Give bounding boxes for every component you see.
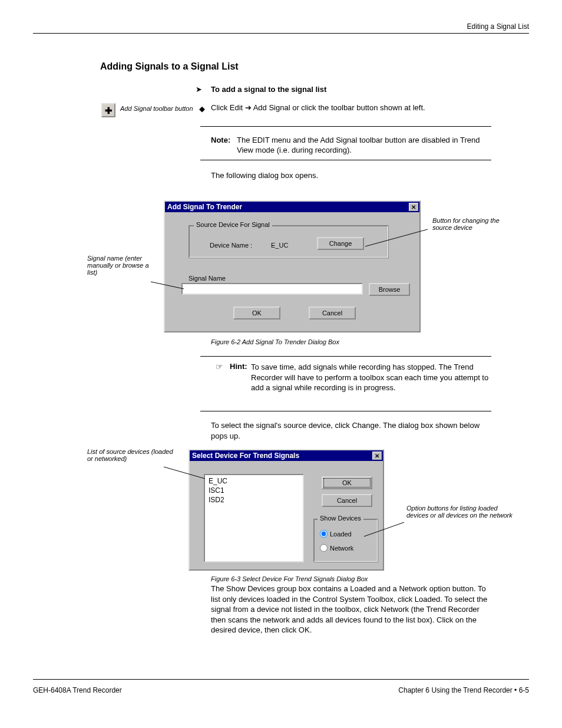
browse-button[interactable]: Browse (369, 283, 410, 296)
close-icon[interactable]: ✕ (372, 452, 382, 460)
bullet-icon: ◆ (199, 104, 205, 113)
radio-network-label: Network (330, 545, 353, 552)
groupbox-legend: Show Devices (318, 515, 363, 522)
callout-show-devices: Option buttons for listing loaded device… (406, 505, 517, 519)
device-name-value: E_UC (271, 242, 288, 249)
note-text: The EDIT menu and the Add Signal toolbar… (237, 136, 490, 156)
change-button[interactable]: Change (317, 237, 364, 250)
dialog-title: Select Device For Trend Signals (192, 452, 299, 460)
dialog-title: Add Signal To Trender (167, 203, 242, 211)
callout-signal-name: Signal name (enter manually or browse a … (87, 255, 159, 276)
device-name-label: Device Name : (210, 242, 252, 249)
footer-right: Chapter 6 Using the Trend Recorder • 6-5 (398, 686, 529, 694)
footer-left: GEH-6408A Trend Recorder (33, 686, 122, 694)
divider (200, 126, 491, 127)
add-signal-dialog: Add Signal To Trender ✕ Source Device Fo… (164, 200, 421, 332)
hint-text: To save time, add signals while recordin… (251, 362, 492, 393)
radio-network-input[interactable] (320, 544, 328, 552)
hint-icon: ☞ (216, 362, 223, 371)
list-item[interactable]: ISC1 (209, 486, 299, 495)
add-signal-icon-caption: Add Signal toolbar button (120, 105, 193, 112)
show-devices-groupbox: Show Devices Loaded Network (313, 519, 378, 562)
step-text: Click Edit ➔ Add Signal or click the too… (211, 103, 482, 113)
footer-rule (33, 679, 529, 680)
hint-label: Hint: (230, 362, 247, 371)
ok-button[interactable]: OK (322, 476, 372, 489)
callout-device-list: List of source devices (loaded or networ… (87, 448, 176, 462)
dialog-titlebar: Add Signal To Trender ✕ (165, 202, 419, 212)
add-signal-toolbar-icon[interactable]: ✚ (101, 103, 115, 117)
radio-loaded-input[interactable] (320, 530, 328, 538)
figure-caption-2: Figure 6-3 Select Device For Trend Signa… (211, 575, 368, 582)
cancel-button[interactable]: Cancel (322, 494, 372, 507)
radio-network[interactable]: Network (320, 544, 353, 552)
header-rule (33, 33, 529, 34)
note-label: Note: (211, 136, 230, 144)
section-title: Adding Signals to a Signal List (100, 61, 239, 72)
radio-loaded-label: Loaded (330, 531, 352, 538)
figure-caption-1: Figure 6-2 Add Signal To Trender Dialog … (211, 338, 339, 345)
divider (200, 411, 491, 411)
device-listbox[interactable]: E_UC ISC1 ISD2 (204, 474, 304, 562)
narrative-paragraph: The Show Devices group box contains a Lo… (211, 584, 488, 635)
paragraph: To select the signal's source device, cl… (211, 420, 488, 441)
header-breadcrumb: Editing a Signal List (467, 22, 529, 31)
cancel-button[interactable]: Cancel (309, 307, 356, 319)
ok-button[interactable]: OK (233, 307, 280, 319)
close-icon[interactable]: ✕ (409, 203, 418, 211)
divider (200, 160, 491, 160)
procedure-heading: To add a signal to the signal list (211, 85, 326, 94)
paragraph: The following dialog box opens. (211, 171, 494, 181)
select-device-dialog: Select Device For Trend Signals ✕ E_UC I… (189, 449, 384, 571)
radio-loaded[interactable]: Loaded (320, 530, 352, 538)
signal-name-label: Signal Name (189, 275, 226, 282)
groupbox-legend: Source Device For Signal (194, 221, 272, 228)
divider (200, 356, 491, 357)
arrow-icon: ➤ (196, 85, 202, 94)
dialog-titlebar: Select Device For Trend Signals ✕ (190, 450, 383, 461)
list-item[interactable]: E_UC (209, 476, 299, 486)
signal-name-input[interactable] (181, 283, 363, 295)
callout-change-button: Button for changing the source device (432, 217, 515, 231)
list-item[interactable]: ISD2 (209, 495, 299, 505)
